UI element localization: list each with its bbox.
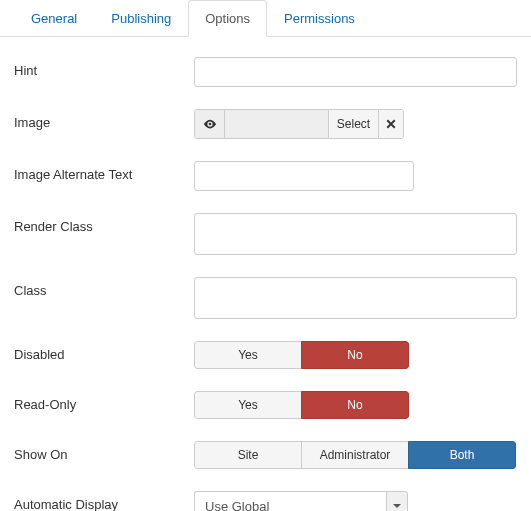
disabled-no-option[interactable]: No [301, 341, 409, 369]
label-auto-display: Automatic Display [14, 491, 194, 511]
label-render-class: Render Class [14, 213, 194, 234]
tab-general[interactable]: General [14, 0, 94, 37]
tabs-bar: General Publishing Options Permissions [0, 0, 531, 37]
row-render-class: Render Class [14, 213, 517, 255]
options-form: Hint Image Select Image Alternate Text [0, 37, 531, 511]
tab-permissions[interactable]: Permissions [267, 0, 372, 37]
row-show-on: Show On Site Administrator Both [14, 441, 517, 469]
clear-image-button[interactable] [379, 110, 403, 138]
read-only-no-option[interactable]: No [301, 391, 409, 419]
image-path-display [225, 110, 329, 138]
close-icon [385, 118, 397, 130]
tab-options[interactable]: Options [188, 0, 267, 37]
row-image: Image Select [14, 109, 517, 139]
preview-image-button[interactable] [195, 110, 225, 138]
hint-input[interactable] [194, 57, 517, 87]
image-alt-input[interactable] [194, 161, 414, 191]
show-on-site-option[interactable]: Site [194, 441, 302, 469]
show-on-toggle: Site Administrator Both [194, 441, 516, 469]
eye-icon [203, 117, 217, 131]
label-class: Class [14, 277, 194, 298]
read-only-toggle: Yes No [194, 391, 409, 419]
auto-display-select[interactable]: Use Global [194, 491, 408, 511]
row-image-alt: Image Alternate Text [14, 161, 517, 191]
auto-display-caret[interactable] [386, 491, 408, 511]
image-picker: Select [194, 109, 404, 139]
row-class: Class [14, 277, 517, 319]
render-class-input[interactable] [194, 213, 517, 255]
row-disabled: Disabled Yes No [14, 341, 517, 369]
disabled-toggle: Yes No [194, 341, 409, 369]
show-on-both-option[interactable]: Both [408, 441, 516, 469]
row-auto-display: Automatic Display Use Global [14, 491, 517, 511]
label-hint: Hint [14, 57, 194, 78]
disabled-yes-option[interactable]: Yes [194, 341, 302, 369]
row-read-only: Read-Only Yes No [14, 391, 517, 419]
show-on-administrator-option[interactable]: Administrator [301, 441, 409, 469]
tab-publishing[interactable]: Publishing [94, 0, 188, 37]
auto-display-value: Use Global [194, 491, 386, 511]
class-input[interactable] [194, 277, 517, 319]
label-image-alt: Image Alternate Text [14, 161, 194, 182]
label-disabled: Disabled [14, 341, 194, 362]
read-only-yes-option[interactable]: Yes [194, 391, 302, 419]
row-hint: Hint [14, 57, 517, 87]
chevron-down-icon [393, 504, 401, 508]
label-read-only: Read-Only [14, 391, 194, 412]
select-image-button[interactable]: Select [329, 110, 379, 138]
label-show-on: Show On [14, 441, 194, 462]
label-image: Image [14, 109, 194, 130]
